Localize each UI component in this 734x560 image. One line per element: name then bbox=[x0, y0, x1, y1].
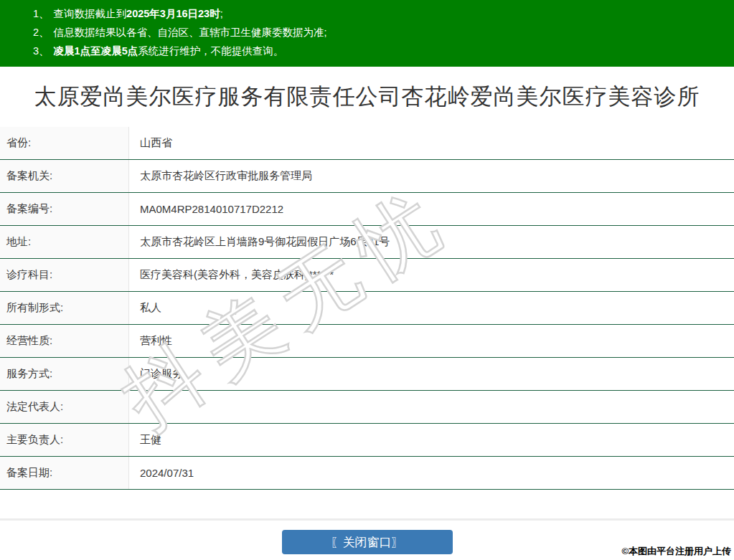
table-row: 备案编号: MA0M4RP2814010717D2212 bbox=[0, 193, 734, 226]
notice-line: 2、信息数据结果以各省、自治区、直辖市卫生健康委数据为准; bbox=[33, 23, 734, 42]
table-row: 诊疗科目: 医疗美容科(美容外科，美容皮肤科)****** bbox=[0, 259, 734, 292]
table-row: 经营性质: 营利性 bbox=[0, 325, 734, 358]
field-value: 2024/07/31 bbox=[129, 457, 734, 489]
notice-text: 系统进行维护，不能提供查询。 bbox=[138, 45, 283, 57]
table-row: 主要负责人: 王健 bbox=[0, 424, 734, 457]
table-row: 法定代表人: bbox=[0, 391, 734, 424]
notice-text: 凌晨1点至凌晨5点 bbox=[54, 45, 138, 57]
field-label: 所有制形式: bbox=[0, 292, 129, 324]
field-value: 门诊服务 bbox=[129, 358, 734, 390]
info-table: 省份: 山西省 备案机关: 太原市杏花岭区行政审批服务管理局 备案编号: MA0… bbox=[0, 127, 734, 490]
table-row: 地址: 太原市杏花岭区上肖墙路9号御花园假日广场6层01号 bbox=[0, 226, 734, 259]
table-row: 省份: 山西省 bbox=[0, 127, 734, 160]
field-value: 山西省 bbox=[129, 127, 734, 159]
table-row: 服务方式: 门诊服务 bbox=[0, 358, 734, 391]
notice-text: 信息数据结果以各省、自治区、直辖市卫生健康委数据为准; bbox=[54, 27, 327, 38]
field-value: 私人 bbox=[129, 292, 734, 324]
notice-line: 1、查询数据截止到2025年3月16日23时; bbox=[33, 4, 734, 23]
notice-text: 查询数据截止到 bbox=[54, 8, 127, 19]
field-label: 法定代表人: bbox=[0, 391, 129, 423]
field-value: MA0M4RP2814010717D2212 bbox=[129, 193, 734, 225]
field-label: 备案机关: bbox=[0, 160, 129, 192]
table-row: 备案机关: 太原市杏花岭区行政审批服务管理局 bbox=[0, 160, 734, 193]
field-label: 备案日期: bbox=[0, 457, 129, 489]
field-value bbox=[129, 391, 734, 423]
table-row: 备案日期: 2024/07/31 bbox=[0, 457, 734, 490]
copyright-note: ©本图由平台注册用户上传 bbox=[621, 545, 731, 558]
field-label: 地址: bbox=[0, 226, 129, 258]
field-label: 经营性质: bbox=[0, 325, 129, 357]
field-value: 王健 bbox=[129, 424, 734, 456]
table-row: 所有制形式: 私人 bbox=[0, 292, 734, 325]
field-label: 诊疗科目: bbox=[0, 259, 129, 291]
field-label: 省份: bbox=[0, 127, 129, 159]
field-value: 太原市杏花岭区行政审批服务管理局 bbox=[129, 160, 734, 192]
notice-number: 2、 bbox=[33, 27, 50, 38]
notice-number: 1、 bbox=[33, 8, 50, 19]
notice-text: 2025年3月16日23时 bbox=[126, 8, 220, 19]
notice-text: ; bbox=[220, 8, 223, 19]
field-label: 主要负责人: bbox=[0, 424, 129, 456]
notice-header: 1、查询数据截止到2025年3月16日23时;2、信息数据结果以各省、自治区、直… bbox=[0, 0, 734, 67]
field-value: 太原市杏花岭区上肖墙路9号御花园假日广场6层01号 bbox=[129, 226, 734, 258]
page-title: 太原爱尚美尔医疗服务有限责任公司杏花岭爱尚美尔医疗美容诊所 bbox=[0, 67, 734, 127]
close-window-button[interactable]: 〖关闭窗口〗 bbox=[282, 530, 453, 554]
notice-line: 3、凌晨1点至凌晨5点系统进行维护，不能提供查询。 bbox=[33, 42, 734, 60]
table-footer-divider bbox=[0, 490, 734, 521]
field-label: 备案编号: bbox=[0, 193, 129, 225]
field-value: 营利性 bbox=[129, 325, 734, 357]
field-value: 医疗美容科(美容外科，美容皮肤科)****** bbox=[129, 259, 734, 291]
notice-number: 3、 bbox=[33, 45, 50, 57]
field-label: 服务方式: bbox=[0, 358, 129, 390]
